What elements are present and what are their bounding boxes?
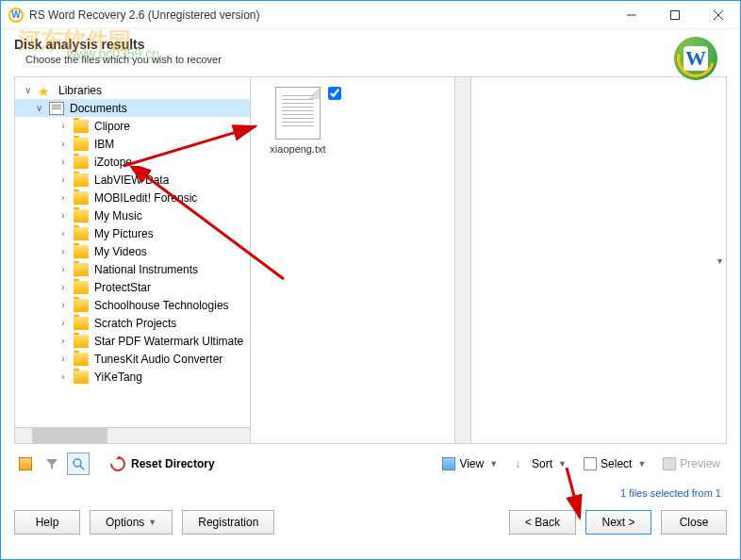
tree-item[interactable]: ›Clipore: [15, 117, 250, 135]
file-thumbnail-icon: [275, 87, 321, 140]
header: Disk analysis results Choose the files w…: [1, 29, 740, 69]
sort-dropdown[interactable]: Sort▼: [508, 452, 573, 476]
expander-icon[interactable]: ›: [57, 139, 70, 149]
folder-icon: [74, 299, 89, 312]
back-button[interactable]: < Back: [509, 510, 576, 535]
toolbar: Reset Directory View▼ Sort▼ Select▼ Prev…: [1, 444, 740, 484]
search-icon[interactable]: [67, 453, 90, 475]
tree-item[interactable]: ›ProtectStar: [15, 278, 250, 296]
expander-icon[interactable]: ›: [57, 246, 70, 256]
minimize-button[interactable]: [610, 1, 653, 29]
preview-panel: ▾: [471, 77, 726, 443]
select-icon: [584, 457, 597, 470]
expander-icon[interactable]: ›: [57, 174, 70, 185]
tree-item[interactable]: ›TunesKit Audio Converter: [15, 350, 250, 368]
window-controls: [610, 1, 740, 29]
page-subtitle: Choose the files which you wish to recov…: [14, 54, 727, 65]
close-window-button[interactable]: Close: [661, 510, 727, 535]
folder-tree[interactable]: ∨★Libraries∨Documents›Clipore›IBM›iZotop…: [15, 77, 250, 389]
options-button[interactable]: Options▼: [90, 510, 173, 535]
expander-icon[interactable]: ›: [57, 210, 70, 221]
titlebar: W RS Word Recovery 2.6 (Unregistered ver…: [1, 1, 740, 29]
folder-icon: [74, 138, 89, 151]
next-button[interactable]: Next >: [585, 510, 651, 535]
tree-item-label: Scratch Projects: [92, 317, 176, 330]
folder-icon: [74, 156, 89, 169]
expander-icon[interactable]: ›: [57, 192, 70, 203]
expander-icon[interactable]: ›: [57, 371, 70, 382]
maximize-button[interactable]: [653, 1, 697, 29]
file-list-panel: xiaopeng.txt: [251, 77, 471, 443]
bottom-bar: Help Options▼ Registration < Back Next >…: [1, 502, 740, 542]
registration-button[interactable]: Registration: [182, 510, 274, 535]
tree-item-label: Documents: [68, 102, 127, 115]
expander-icon[interactable]: ›: [57, 318, 70, 328]
tree-item[interactable]: ›My Videos: [15, 242, 250, 260]
tree-item[interactable]: ›My Pictures: [15, 224, 250, 242]
reset-directory-button[interactable]: Reset Directory: [110, 456, 215, 471]
file-scrollbar-vertical[interactable]: [454, 77, 470, 443]
tree-item-label: National Instruments: [92, 263, 198, 276]
expander-icon[interactable]: ›: [57, 121, 70, 131]
tree-item[interactable]: ∨★Libraries: [15, 81, 250, 99]
reset-icon: [107, 453, 129, 475]
view-mode-icon[interactable]: [14, 453, 37, 475]
tree-item[interactable]: ›YiKeTang: [15, 368, 250, 386]
folder-icon: [74, 263, 89, 276]
expander-icon[interactable]: ›: [57, 228, 70, 239]
tree-item[interactable]: ›National Instruments: [15, 260, 250, 278]
expander-icon[interactable]: ›: [57, 264, 70, 274]
folder-icon: [74, 335, 89, 348]
file-name: xiaopeng.txt: [260, 143, 336, 155]
tree-item-label: TunesKit Audio Converter: [92, 353, 222, 366]
view-dropdown[interactable]: View▼: [436, 452, 504, 476]
expander-icon[interactable]: ∨: [32, 103, 45, 113]
content: ∨★Libraries∨Documents›Clipore›IBM›iZotop…: [14, 76, 727, 444]
tree-item[interactable]: ›MOBILedit! Forensic: [15, 189, 250, 206]
tree-item-selected[interactable]: ∨Documents: [15, 99, 250, 117]
expander-icon[interactable]: ›: [57, 156, 70, 167]
folder-icon: [74, 173, 89, 187]
tree-item-label: LabVIEW Data: [92, 173, 169, 187]
view-icon: [442, 457, 455, 470]
folder-icon: [74, 353, 89, 366]
tree-scrollbar-horizontal[interactable]: [15, 427, 250, 443]
file-checkbox[interactable]: [328, 87, 341, 100]
tree-item-label: Clipore: [92, 120, 130, 133]
tree-item-label: iZotope: [92, 156, 132, 169]
tree-item-label: My Pictures: [92, 227, 154, 240]
expander-icon[interactable]: ›: [57, 354, 70, 364]
close-button[interactable]: [697, 1, 740, 29]
tree-item[interactable]: ›iZotope: [15, 153, 250, 171]
select-dropdown[interactable]: Select▼: [577, 452, 652, 476]
filter-icon[interactable]: [41, 453, 63, 475]
tree-item[interactable]: ›Scratch Projects: [15, 314, 250, 332]
expander-icon[interactable]: ∨: [21, 85, 34, 95]
expander-icon[interactable]: ›: [57, 282, 70, 292]
svg-line-8: [80, 466, 84, 469]
expander-icon[interactable]: ›: [57, 336, 70, 346]
help-button[interactable]: Help: [14, 510, 80, 535]
app-logo: W: [674, 37, 717, 80]
tree-item[interactable]: ›My Music: [15, 206, 250, 224]
status-text: 1 files selected from 1: [1, 484, 740, 502]
file-item[interactable]: xiaopeng.txt: [260, 87, 336, 155]
app-icon: W: [8, 8, 24, 23]
tree-item-label: MOBILedit! Forensic: [92, 191, 197, 205]
folder-icon: [74, 245, 89, 258]
preview-collapse-icon[interactable]: ▾: [717, 255, 722, 266]
tree-item[interactable]: ›LabVIEW Data: [15, 171, 250, 189]
tree-item-label: YiKeTang: [92, 371, 142, 384]
expander-icon[interactable]: ›: [57, 300, 70, 310]
folder-tree-panel: ∨★Libraries∨Documents›Clipore›IBM›iZotop…: [15, 77, 251, 443]
tree-item-label: My Music: [92, 209, 142, 222]
documents-icon: [49, 102, 64, 115]
tree-item[interactable]: ›Star PDF Watermark Ultimate: [15, 332, 250, 350]
tree-item-label: Schoolhouse Technologies: [92, 299, 229, 312]
page-title: Disk analysis results: [14, 37, 727, 52]
preview-button[interactable]: Preview: [656, 452, 727, 476]
tree-item[interactable]: ›Schoolhouse Technologies: [15, 296, 250, 314]
tree-item[interactable]: ›IBM: [15, 135, 250, 153]
folder-icon: [74, 227, 89, 240]
svg-point-7: [74, 459, 81, 467]
